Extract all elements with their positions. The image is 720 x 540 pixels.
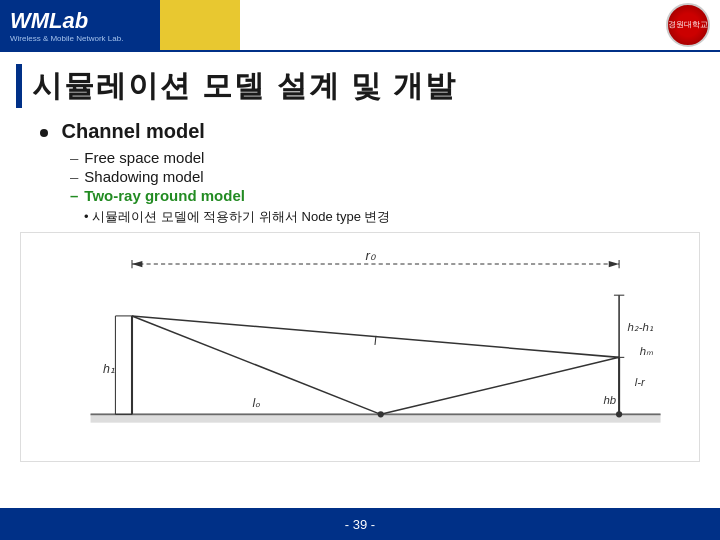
title-accent: [16, 64, 22, 108]
university-emblem: 경원대학교: [666, 3, 710, 47]
sub-note: 시뮬레이션 모델에 적용하기 위해서 Node type 변경: [84, 208, 680, 226]
header: WMLab Wireless & Mobile Network Lab. 경원대…: [0, 0, 720, 52]
bullet-icon: [40, 129, 48, 137]
svg-text:r₀: r₀: [366, 248, 376, 263]
svg-text:lₒ: lₒ: [252, 396, 261, 410]
item-label-2: Shadowing model: [84, 168, 203, 185]
list-item-2: – Shadowing model: [70, 168, 680, 185]
page-number: - 39 -: [345, 517, 375, 532]
header-yellow-bar: [160, 0, 240, 50]
svg-marker-6: [609, 261, 619, 267]
svg-point-26: [378, 411, 384, 417]
item-label-3: Two-ray ground model: [84, 187, 245, 204]
list-item-1: – Free space model: [70, 149, 680, 166]
section-header: Channel model: [40, 120, 680, 143]
dash-icon-3: –: [70, 187, 78, 204]
svg-marker-5: [132, 261, 142, 267]
emblem-text: 경원대학교: [668, 20, 708, 30]
dash-icon-2: –: [70, 168, 78, 185]
header-right: 경원대학교: [240, 0, 720, 50]
content-area: Channel model – Free space model – Shado…: [0, 116, 720, 226]
svg-text:h₁: h₁: [103, 362, 115, 376]
diagram-svg: r₀ h₁ h₂-h₁ l lₒ hb l-r hₘ: [21, 233, 699, 461]
svg-text:l-r: l-r: [635, 376, 646, 388]
svg-point-27: [616, 411, 622, 417]
dash-icon-1: –: [70, 149, 78, 166]
footer: - 39 -: [0, 508, 720, 540]
svg-text:hb: hb: [604, 394, 617, 406]
logo-main: WMLab: [10, 8, 150, 34]
logo-sub: Wireless & Mobile Network Lab.: [10, 34, 150, 43]
item-label-1: Free space model: [84, 149, 204, 166]
svg-text:hₘ: hₘ: [640, 345, 654, 357]
svg-line-21: [381, 357, 619, 414]
diagram-area: r₀ h₁ h₂-h₁ l lₒ hb l-r hₘ: [20, 232, 700, 462]
title-bar: 시뮬레이션 모델 설계 및 개발: [0, 52, 720, 116]
list-item-3: – Two-ray ground model: [70, 187, 680, 204]
sub-list: – Free space model – Shadowing model – T…: [70, 149, 680, 226]
logo-area: WMLab Wireless & Mobile Network Lab.: [0, 0, 160, 50]
page-title: 시뮬레이션 모델 설계 및 개발: [32, 66, 457, 107]
svg-text:l: l: [373, 334, 378, 348]
svg-rect-1: [91, 414, 661, 422]
svg-text:h₂-h₁: h₂-h₁: [627, 321, 653, 333]
section-label: Channel model: [62, 120, 205, 142]
